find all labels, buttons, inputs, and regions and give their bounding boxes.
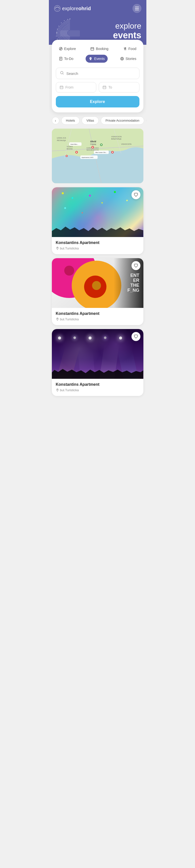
header-explore-text: explore [113, 22, 141, 30]
food-icon [123, 47, 127, 51]
svg-point-48 [112, 152, 113, 153]
header-title: explore events [113, 17, 141, 40]
tab-food[interactable]: Food [120, 45, 140, 53]
svg-text:VISHOCISTA: VISHOCISTA [121, 143, 131, 145]
search-input[interactable] [67, 71, 135, 75]
tab-todo[interactable]: To-Do [56, 55, 76, 63]
chevron-left-icon: ‹ [55, 119, 56, 123]
tab-events[interactable]: Events [86, 55, 108, 63]
from-label: From [66, 85, 74, 89]
menu-line-1 [135, 7, 139, 7]
event-title-1: Konstantins Apartment [56, 241, 140, 245]
vinyl-text: ENTERTHEF_NG [127, 273, 139, 293]
main-card: Explore Booking Food To-Do [52, 40, 144, 113]
map-container[interactable]: LESKA JCA ЛЕСКАЈЦА VOSKA ВОСКА Ohrid Охр… [52, 129, 144, 183]
svg-point-50 [66, 155, 67, 156]
svg-text:ВИШОЧИЦА: ВИШОЧИЦА [111, 138, 121, 140]
event-location-text-2: bul.Turisticka [60, 317, 79, 321]
todo-icon [59, 57, 63, 61]
svg-point-5 [61, 23, 61, 23]
search-box [56, 68, 140, 79]
favorite-button-2[interactable] [131, 261, 141, 270]
card-info-1: Konstantins Apartment bul.Turisticka [52, 237, 144, 254]
event-location-text-3: bul.Turisticka [60, 388, 79, 392]
event-location-text-1: bul.Turisticka [60, 246, 79, 250]
heart-icon-1 [134, 192, 138, 197]
tab-booking[interactable]: Booking [87, 45, 111, 53]
svg-text:Охрид: Охрид [90, 143, 96, 145]
svg-point-0 [54, 5, 60, 11]
logo-text-light: explore [62, 6, 79, 11]
logo-icon [54, 5, 61, 12]
svg-text:Hotel Mon...: Hotel Mon... [70, 144, 78, 145]
svg-rect-23 [60, 86, 63, 89]
svg-text:ЛЕСКАЈЦА: ЛЕСКАЈЦА [56, 140, 66, 142]
menu-button[interactable] [132, 4, 142, 13]
filter-chip-hotels[interactable]: Hotels [61, 116, 80, 125]
filter-chip-private-accommodation[interactable]: Private Accommodation [101, 116, 144, 125]
filter-prev-button[interactable]: ‹ [52, 117, 59, 124]
map: LESKA JCA ЛЕСКАЈЦА VOSKA ВОСКА Ohrid Охр… [52, 129, 144, 183]
svg-point-4 [58, 26, 59, 26]
header: exploreohrid [49, 0, 146, 45]
event-image-2: ENTERTHEF_NG [52, 258, 144, 308]
svg-point-22 [61, 71, 63, 74]
date-row: From To [56, 82, 140, 93]
explore-button[interactable]: Explore [56, 96, 140, 107]
event-title-2: Konstantins Apartment [56, 311, 140, 316]
card-info-2: Konstantins Apartment bul.Turisticka [52, 308, 144, 325]
logo-text-bold: ohrid [78, 6, 91, 11]
from-date-input[interactable]: From [56, 82, 96, 93]
location-icon-1 [56, 247, 59, 250]
tab-explore-label: Explore [64, 47, 76, 51]
logo: exploreohrid [54, 5, 91, 12]
to-label: To [108, 85, 112, 89]
search-icon [60, 71, 64, 76]
calendar-to-icon [103, 85, 107, 89]
favorite-button-3[interactable] [131, 332, 141, 341]
event-image-3 [52, 329, 144, 379]
booking-icon [90, 47, 94, 51]
svg-point-8 [70, 19, 70, 20]
tab-food-label: Food [128, 47, 136, 51]
event-location-2: bul.Turisticka [56, 317, 140, 321]
location-icon-2 [56, 318, 59, 321]
svg-rect-18 [91, 48, 94, 50]
svg-text:VOSKA: VOSKA [67, 146, 72, 148]
event-location-3: bul.Turisticka [56, 388, 140, 392]
tab-todo-label: To-Do [64, 57, 73, 61]
event-card-3: Konstantins Apartment bul.Turisticka [52, 329, 144, 396]
tab-stories[interactable]: Stories [117, 55, 140, 63]
svg-point-3 [57, 29, 57, 29]
favorite-button-1[interactable] [131, 190, 141, 199]
nav-tabs: Explore Booking Food To-Do [56, 45, 140, 63]
svg-point-44 [92, 147, 93, 148]
tab-explore[interactable]: Explore [56, 45, 79, 53]
card-info-3: Konstantins Apartment bul.Turisticka [52, 379, 144, 396]
heart-icon-3 [134, 334, 138, 339]
event-image-1 [52, 187, 144, 237]
svg-point-20 [121, 57, 123, 60]
to-date-input[interactable]: To [99, 82, 140, 93]
svg-text:Ohrid: Ohrid [90, 140, 96, 143]
event-card-1: Konstantins Apartment bul.Turisticka [52, 187, 144, 254]
svg-text:LESKA JCA: LESKA JCA [56, 137, 66, 139]
svg-point-46 [101, 144, 102, 146]
calendar-from-icon [60, 85, 64, 89]
header-events-text: events [113, 30, 141, 40]
svg-point-9 [56, 36, 56, 36]
heart-icon-2 [134, 264, 138, 268]
explore-icon [59, 47, 63, 51]
event-location-1: bul.Turisticka [56, 246, 140, 250]
svg-text:Apartments LAVO: Apartments LAVO [81, 157, 93, 158]
event-card-2: ENTERTHEF_NG Konstantins Apartment bul.T… [52, 258, 144, 325]
menu-line-2 [135, 8, 139, 9]
filter-chip-villas[interactable]: Villas [82, 116, 99, 125]
filter-row: ‹ Hotels Villas Private Accommodation › [49, 113, 146, 129]
stories-icon [120, 57, 124, 61]
svg-point-21 [121, 58, 123, 59]
events-icon [88, 57, 92, 61]
svg-rect-24 [103, 86, 106, 89]
tab-booking-label: Booking [96, 47, 108, 51]
tab-stories-label: Stories [125, 57, 136, 61]
